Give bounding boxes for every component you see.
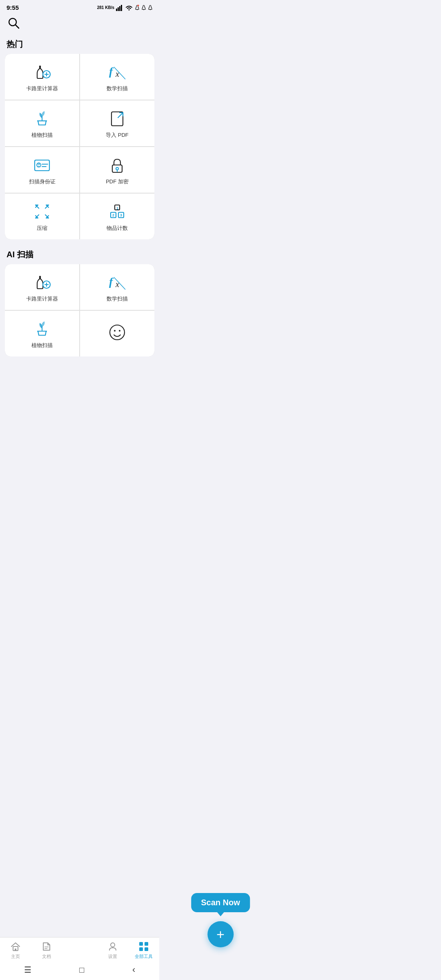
bell-icons [135,4,153,11]
svg-rect-2 [119,6,120,11]
compress-icon [33,203,51,220]
svg-point-5 [138,4,139,6]
math-icon: f x [108,63,126,81]
grid-item-plantscan[interactable]: 植物扫描 [5,100,79,146]
speed-indicator: 281 KB/s [97,5,114,10]
grid-item-calorie[interactable]: 卡路里计算器 [5,54,79,100]
wifi-icon [125,4,133,11]
grid-item-pdfencrypt[interactable]: PDF 加密 [80,147,154,193]
itemcount-label: 物品计数 [107,225,128,232]
svg-point-42 [110,325,125,340]
ai-grid: 卡路里计算器 f x 数学扫描 [5,264,154,356]
lock-icon [108,156,126,174]
ai-grid-item-calorie[interactable]: 卡路里计算器 [5,264,79,310]
svg-point-4 [129,9,130,10]
idscan-label: 扫描身份证 [29,178,56,185]
svg-rect-0 [116,9,117,11]
svg-text:3: 3 [120,213,122,217]
importpdf-label: 导入 PDF [106,131,129,139]
hot-section-title: 热门 [0,36,159,54]
svg-text:1: 1 [116,206,118,210]
hot-section: 热门 卡路里计算器 f x [0,36,159,239]
status-bar: 9:55 281 KB/s [0,0,159,13]
pdf-import-icon [108,109,126,127]
svg-point-43 [114,330,116,332]
face-icon [108,323,126,341]
search-button[interactable] [7,16,21,31]
svg-point-44 [119,330,120,332]
calorie-label: 卡路里计算器 [26,85,58,92]
plant-icon [33,109,51,127]
ai-calorie-label: 卡路里计算器 [26,295,58,303]
count-icon: 1 2 3 [108,203,126,220]
ai-grid-item-face[interactable] [80,311,154,356]
status-icons: 281 KB/s [97,4,153,11]
svg-rect-1 [118,7,119,11]
svg-text:f: f [109,65,114,78]
svg-rect-3 [121,5,122,11]
ai-plant-icon [33,320,51,338]
ai-plantscan-label: 植物扫描 [31,342,53,349]
status-time: 9:55 [7,4,19,11]
grid-item-idscan[interactable]: 扫描身份证 [5,147,79,193]
hot-grid: 卡路里计算器 f x 数学扫描 [5,54,154,239]
signal-icon [116,4,123,11]
ai-calorie-icon [33,273,51,291]
grid-item-mathscan[interactable]: f x 数学扫描 [80,54,154,100]
grid-item-compress[interactable]: 压缩 [5,194,79,239]
ai-section: AI 扫描 卡路里计算器 f x [0,246,159,356]
svg-text:2: 2 [112,213,114,217]
mathscan-label: 数学扫描 [107,85,128,92]
ai-mathscan-label: 数学扫描 [107,295,128,303]
ai-section-title: AI 扫描 [0,246,159,264]
idscan-icon [33,156,51,174]
svg-text:f: f [109,275,114,288]
search-icon [7,17,20,30]
grid-item-itemcount[interactable]: 1 2 3 物品计数 [80,194,154,239]
grid-item-importpdf[interactable]: 导入 PDF [80,100,154,146]
pdfencrypt-label: PDF 加密 [106,178,129,185]
ai-grid-item-plantscan[interactable]: 植物扫描 [5,311,79,356]
svg-line-18 [118,113,123,118]
calorie-icon [33,63,51,81]
ai-math-icon: f x [108,273,126,291]
compress-label: 压缩 [37,225,47,232]
ai-grid-item-mathscan[interactable]: f x 数学扫描 [80,264,154,310]
search-bar[interactable] [0,13,159,36]
svg-line-7 [16,25,19,28]
svg-point-23 [38,163,40,165]
plantscan-label: 植物扫描 [31,131,53,139]
